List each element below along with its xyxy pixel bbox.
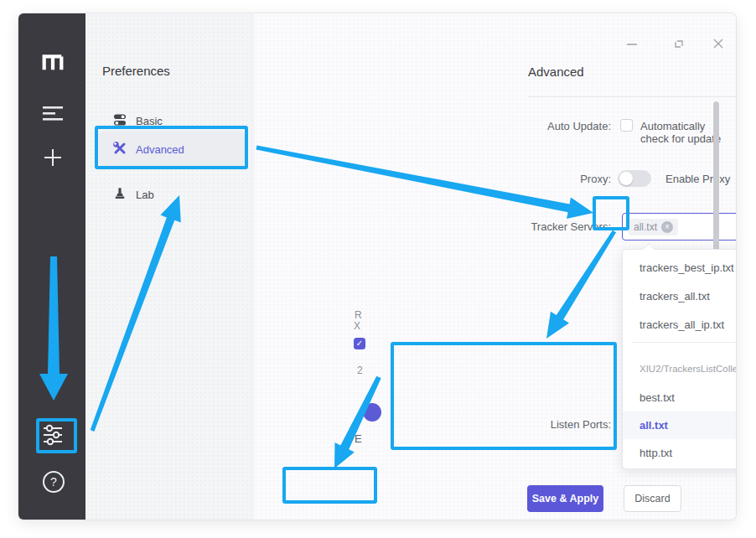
selected-tracker-tag: all.txt ×: [629, 219, 678, 235]
auto-update-label: Auto Update:: [471, 120, 611, 132]
advanced-settings-page: Advanced Auto Update: Automatically chec…: [255, 13, 736, 520]
preferences-panel: Preferences Basic: [85, 13, 255, 520]
page-title: Advanced: [528, 65, 584, 79]
app-window: ? Preferences Basic: [18, 13, 736, 520]
close-icon[interactable]: [712, 37, 725, 50]
check-icon: ✓: [356, 339, 363, 348]
sidebar-item-label: Lab: [136, 189, 154, 201]
dropdown-item[interactable]: http.txt: [623, 439, 736, 467]
occluded-toggle[interactable]: [363, 403, 381, 422]
sidebar-item-label: Advanced: [136, 143, 184, 156]
discard-button[interactable]: Discard: [624, 485, 681, 512]
dropdown-item[interactable]: trackers_all_ip.txt: [623, 311, 736, 339]
preferences-title: Preferences: [102, 64, 170, 78]
help-icon[interactable]: ?: [43, 471, 65, 493]
proxy-label: Proxy:: [471, 173, 611, 185]
proxy-toggle-label: Enable Proxy: [665, 173, 730, 185]
dropdown-divider: [631, 342, 736, 343]
listen-ports-label: Listen Ports:: [471, 418, 611, 431]
sidebar-item-lab[interactable]: Lab: [99, 176, 245, 213]
motrix-preferences-screenshot: ? Preferences Basic: [0, 0, 756, 538]
occluded-text-fragment: 2: [357, 365, 363, 376]
dropdown-item[interactable]: trackers_all.txt: [623, 282, 736, 310]
occluded-checkbox-checked[interactable]: ✓: [354, 338, 365, 349]
dropdown-group-label: XIU2/TrackersListCollection: [623, 357, 736, 380]
preferences-icon[interactable]: [40, 422, 65, 447]
dropdown-notch: [643, 243, 655, 255]
minimize-button[interactable]: [625, 37, 639, 50]
tag-close-icon[interactable]: ×: [661, 221, 673, 233]
occluded-text-fragment: R: [355, 309, 362, 321]
app-sidebar: ?: [18, 13, 85, 520]
auto-update-checkbox-label: Automatically check for update: [640, 120, 736, 145]
proxy-toggle[interactable]: [618, 170, 651, 187]
occluded-text-fragment: E: [355, 432, 362, 445]
motrix-logo: [40, 50, 65, 72]
save-apply-button[interactable]: Save & Apply: [527, 485, 603, 512]
sidebar-item-advanced[interactable]: Advanced: [99, 131, 245, 168]
basic-toggles-icon: [113, 113, 127, 129]
dropdown-item-selected[interactable]: all.txt ✓: [623, 411, 736, 439]
toggle-knob: [619, 172, 633, 185]
lab-stamp-icon: [113, 187, 127, 203]
advanced-tools-icon: [113, 142, 127, 158]
add-task-icon[interactable]: [43, 147, 63, 168]
dropdown-item-label: all.txt: [639, 419, 668, 432]
auto-update-checkbox[interactable]: [620, 119, 633, 132]
dropdown-item[interactable]: best.txt: [623, 384, 736, 411]
occluded-text-fragment: X: [354, 320, 360, 332]
task-list-icon[interactable]: [43, 106, 63, 121]
dropdown-item[interactable]: trackers_best_ip.txt: [623, 254, 736, 282]
tag-label: all.txt: [634, 221, 657, 233]
tracker-dropdown: trackers_best_ip.txt trackers_all.txt tr…: [622, 249, 736, 469]
tracker-servers-label: Tracker Servers:: [471, 220, 611, 233]
help-glyph: ?: [50, 475, 57, 489]
title-divider: [528, 96, 736, 97]
maximize-button[interactable]: [672, 37, 686, 50]
sidebar-item-label: Basic: [136, 115, 163, 127]
